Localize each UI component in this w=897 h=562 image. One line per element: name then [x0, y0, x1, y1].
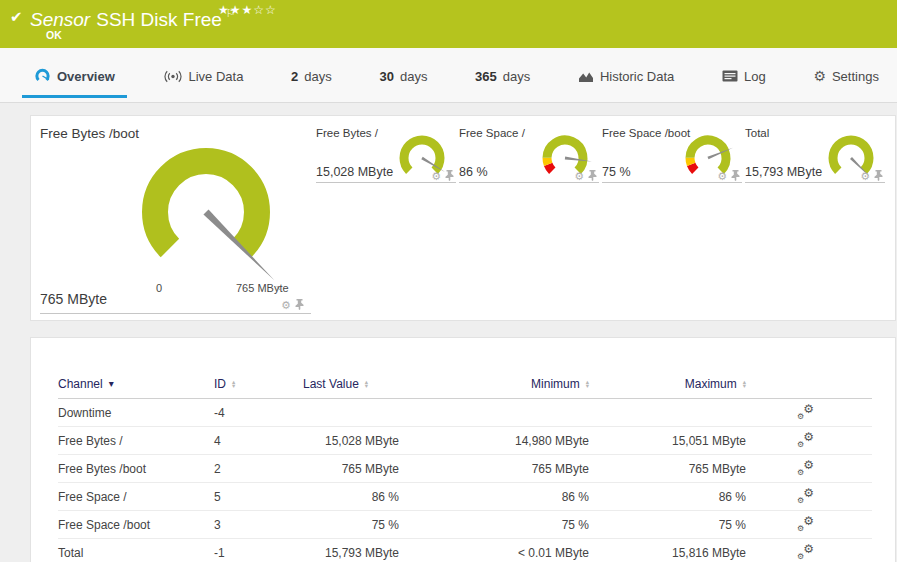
channel-id: -4 — [214, 406, 303, 420]
mini-gauge-title: Free Space /boot — [602, 127, 690, 139]
mini-gauge-title: Total — [745, 127, 769, 139]
mini-gauge-value: 15,793 MByte — [745, 165, 822, 179]
tab-2-days[interactable]: 2 days — [279, 53, 344, 98]
prtg-sensor-page: ✔ SensorSSH Disk Free⚐ ★★★☆☆ OK Overview — [0, 0, 897, 562]
table-row: Free Space /boot 3 75 % 75 % 75 % ⚙⚙ — [58, 511, 872, 539]
pin-icon[interactable] — [588, 170, 597, 183]
channel-last-value: 765 MByte — [303, 462, 399, 476]
table-row: Free Bytes /boot 2 765 MByte 765 MByte 7… — [58, 455, 872, 483]
gauges-panel: Free Bytes /boot x 0 765 MByte 765 MByte… — [30, 115, 896, 321]
mini-gauge-tools: ⚙ — [574, 170, 597, 183]
mini-gauge-tools: ⚙ — [860, 170, 883, 183]
sort-icon: ▴▾ — [365, 380, 368, 389]
channel-name: Downtime — [58, 406, 214, 420]
channel-name: Free Bytes /boot — [58, 462, 214, 476]
channel-maximum: 765 MByte — [589, 462, 746, 476]
primary-gauge-tools: ⚙ — [281, 299, 304, 312]
channel-id: -1 — [214, 546, 303, 560]
column-header-last-value[interactable]: Last Value ▴▾ — [303, 377, 399, 391]
sensor-name: SSH Disk Free — [96, 9, 222, 30]
channel-settings-gears-icon[interactable]: ⚙⚙ — [797, 405, 814, 420]
mini-gauge-tools: ⚙ — [431, 170, 454, 183]
tab-number: 2 — [291, 69, 298, 84]
tab-label: Log — [744, 69, 766, 84]
gauge-settings-gear-icon[interactable]: ⚙ — [717, 171, 727, 182]
channel-name: Free Space /boot — [58, 518, 214, 532]
tab-number: 30 — [379, 69, 393, 84]
gauge-settings-gear-icon[interactable]: ⚙ — [431, 171, 441, 182]
gauge-settings-gear-icon[interactable]: ⚙ — [860, 171, 870, 182]
sort-desc-icon: ▾ — [109, 379, 114, 389]
live-data-icon — [163, 70, 183, 83]
tab-settings[interactable]: ⚙ Settings — [801, 53, 891, 98]
channel-minimum: 765 MByte — [399, 462, 589, 476]
tab-label: Live Data — [189, 69, 244, 84]
pin-icon[interactable] — [874, 170, 883, 183]
channel-settings-gears-icon[interactable]: ⚙⚙ — [797, 433, 814, 448]
pin-icon[interactable] — [731, 170, 740, 183]
sensor-title: SensorSSH Disk Free⚐ — [30, 7, 236, 31]
channel-maximum: 15,816 MByte — [589, 546, 746, 560]
mini-gauge-title: Free Bytes / — [316, 127, 378, 139]
channel-name: Free Space / — [58, 490, 214, 504]
mini-gauge-free-space-root: Free Space / 86 % ⚙ — [459, 127, 599, 189]
channel-maximum: 15,051 MByte — [589, 434, 746, 448]
table-row: Free Space / 5 86 % 86 % 86 % ⚙⚙ — [58, 483, 872, 511]
priority-stars[interactable]: ★★★☆☆ — [218, 3, 277, 17]
table-row: Free Bytes / 4 15,028 MByte 14,980 MByte… — [58, 427, 872, 455]
channel-settings-gears-icon[interactable]: ⚙⚙ — [797, 545, 814, 560]
column-header-minimum[interactable]: Minimum ▴▾ — [399, 377, 589, 391]
tab-30-days[interactable]: 30 days — [367, 53, 439, 98]
pin-icon[interactable] — [445, 170, 454, 183]
area-chart-icon — [578, 70, 594, 83]
mini-gauge-total: Total 15,793 MByte ⚙ — [745, 127, 885, 189]
channel-minimum: 14,980 MByte — [399, 434, 589, 448]
gauge-settings-gear-icon[interactable]: ⚙ — [281, 300, 291, 311]
status-ok-check-icon: ✔ — [10, 8, 23, 26]
tab-label: days — [304, 69, 331, 84]
channel-last-value: 15,028 MByte — [303, 434, 399, 448]
gauge-icon — [34, 68, 51, 84]
gear-icon: ⚙ — [813, 69, 826, 83]
channel-settings-gears-icon[interactable]: ⚙⚙ — [797, 489, 814, 504]
tab-live-data[interactable]: Live Data — [151, 53, 256, 98]
pin-icon[interactable] — [295, 299, 304, 312]
channel-id: 4 — [214, 434, 303, 448]
primary-gauge-scale-max: 765 MByte — [236, 282, 289, 294]
channel-last-value: 86 % — [303, 490, 399, 504]
channel-id: 5 — [214, 490, 303, 504]
status-badge: OK — [46, 29, 62, 41]
channel-maximum: 75 % — [589, 518, 746, 532]
log-list-icon — [722, 70, 738, 82]
channel-minimum: 75 % — [399, 518, 589, 532]
tab-log[interactable]: Log — [710, 53, 778, 98]
column-header-id[interactable]: ID ▴▾ — [214, 377, 303, 391]
channel-settings-gears-icon[interactable]: ⚙⚙ — [797, 461, 814, 476]
sort-icon: ▴▾ — [743, 380, 746, 389]
column-header-channel[interactable]: Channel ▾ — [58, 377, 214, 391]
sensor-header: ✔ SensorSSH Disk Free⚐ ★★★☆☆ OK — [0, 0, 897, 48]
table-row: Total -1 15,793 MByte < 0.01 MByte 15,81… — [58, 539, 872, 562]
channel-last-value: 15,793 MByte — [303, 546, 399, 560]
tab-historic-data[interactable]: Historic Data — [566, 53, 686, 98]
column-header-maximum[interactable]: Maximum ▴▾ — [589, 377, 746, 391]
mini-gauge-free-bytes-root: Free Bytes / 15,028 MByte ⚙ — [316, 127, 456, 189]
sensor-type-label: Sensor — [30, 9, 90, 30]
tab-label: Overview — [57, 69, 115, 84]
tab-label: days — [503, 69, 530, 84]
channel-settings-gears-icon[interactable]: ⚙⚙ — [797, 517, 814, 532]
channel-name: Total — [58, 546, 214, 560]
mini-gauge-tools: ⚙ — [717, 170, 740, 183]
channel-last-value: 75 % — [303, 518, 399, 532]
tab-overview[interactable]: Overview — [22, 52, 127, 98]
tab-365-days[interactable]: 365 days — [463, 53, 542, 98]
gauge-settings-gear-icon[interactable]: ⚙ — [574, 171, 584, 182]
tab-label: Historic Data — [600, 69, 674, 84]
table-row: Downtime -4 ⚙⚙ — [58, 399, 872, 427]
mini-gauge-value: 15,028 MByte — [316, 165, 393, 179]
primary-gauge-scale-min: 0 — [156, 282, 162, 294]
primary-gauge-title: Free Bytes /boot — [40, 126, 139, 141]
tab-bar: Overview Live Data 2 days 30 days 365 da… — [0, 48, 897, 103]
channel-minimum: 86 % — [399, 490, 589, 504]
channel-id: 3 — [214, 518, 303, 532]
